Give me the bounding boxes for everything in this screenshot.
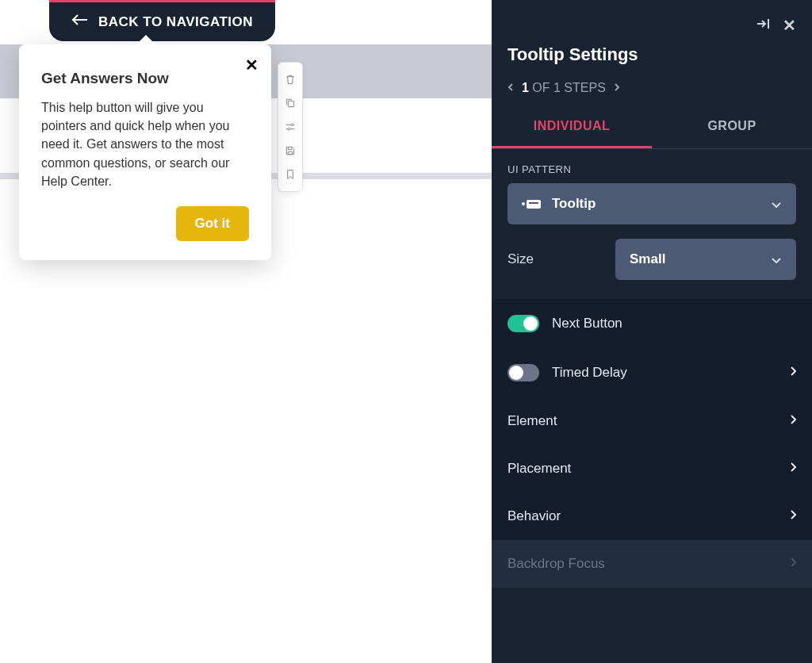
chevron-right-icon	[790, 509, 796, 523]
settings-panel: ✕ Tooltip Settings 1 OF 1 STEPS INDIVIDU…	[492, 0, 812, 663]
chevron-right-icon	[790, 462, 796, 476]
settings-tabs: INDIVIDUAL GROUP	[492, 106, 812, 149]
sliders-icon[interactable]	[278, 115, 302, 139]
timed-delay-toggle[interactable]	[508, 364, 539, 381]
chevron-right-icon	[790, 366, 796, 380]
step-total-label: OF 1 STEPS	[532, 81, 605, 94]
ui-pattern-label: UI PATTERN	[492, 149, 812, 183]
arrow-left-icon	[71, 13, 89, 30]
tooltip-toolbox	[278, 62, 303, 192]
behavior-row[interactable]: Behavior	[492, 492, 812, 540]
back-label: BACK TO NAVIGATION	[98, 14, 253, 30]
behavior-label: Behavior	[508, 508, 561, 524]
trash-icon[interactable]	[278, 67, 302, 91]
size-label: Size	[508, 251, 599, 267]
element-label: Element	[508, 413, 557, 429]
back-to-navigation-button[interactable]: BACK TO NAVIGATION	[49, 0, 275, 41]
size-value: Small	[630, 251, 760, 267]
placement-row[interactable]: Placement	[492, 445, 812, 492]
ui-pattern-value: Tooltip	[552, 196, 760, 212]
save-icon[interactable]	[278, 139, 302, 163]
next-button-label: Next Button	[552, 316, 622, 332]
timed-delay-row[interactable]: Timed Delay	[492, 348, 812, 397]
placement-label: Placement	[508, 461, 571, 477]
chevron-right-icon	[790, 557, 796, 571]
tab-individual[interactable]: INDIVIDUAL	[492, 106, 652, 148]
element-row[interactable]: Element	[492, 397, 812, 445]
ui-pattern-select[interactable]: Tooltip	[508, 183, 796, 224]
close-icon[interactable]: ✕	[245, 57, 259, 73]
editor-canvas: BACK TO NAVIGATION ✕ Get Answers Now Thi…	[0, 0, 492, 663]
next-step-icon[interactable]	[614, 81, 620, 95]
backdrop-focus-row[interactable]: Backdrop Focus	[492, 540, 812, 588]
svg-point-1	[291, 124, 293, 126]
next-button-toggle[interactable]	[508, 315, 539, 332]
chevron-down-icon	[771, 252, 782, 266]
collapse-panel-icon[interactable]	[756, 18, 770, 33]
chevron-down-icon	[771, 197, 782, 211]
bookmark-icon[interactable]	[278, 163, 302, 186]
panel-title: Tooltip Settings	[492, 35, 812, 70]
size-select[interactable]: Small	[615, 239, 796, 280]
chevron-right-icon	[790, 414, 796, 428]
tooltip-preview: ✕ Get Answers Now This help button will …	[19, 44, 271, 260]
tooltip-pattern-icon	[522, 200, 541, 209]
tooltip-body[interactable]: This help button will give you pointers …	[41, 98, 249, 190]
backdrop-label: Backdrop Focus	[508, 556, 605, 572]
tab-group[interactable]: GROUP	[652, 106, 812, 148]
step-current: 1	[522, 81, 529, 94]
svg-point-2	[288, 128, 290, 130]
tooltip-title[interactable]: Get Answers Now	[41, 70, 249, 87]
timed-delay-label: Timed Delay	[552, 365, 777, 381]
copy-icon[interactable]	[278, 91, 302, 115]
got-it-button[interactable]: Got it	[176, 206, 249, 241]
prev-step-icon[interactable]	[508, 81, 514, 95]
svg-rect-0	[288, 101, 293, 106]
next-button-row: Next Button	[492, 299, 812, 348]
steps-navigator: 1 OF 1 STEPS	[492, 70, 812, 106]
close-panel-icon[interactable]: ✕	[783, 16, 796, 35]
